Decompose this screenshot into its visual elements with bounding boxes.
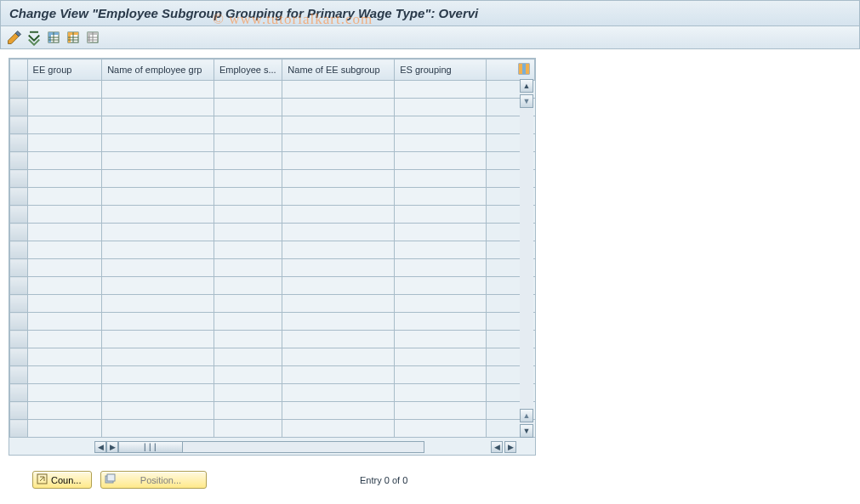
cell[interactable]	[395, 241, 487, 259]
cell[interactable]	[27, 313, 102, 331]
cell[interactable]	[395, 348, 487, 366]
row-selector[interactable]	[10, 402, 28, 420]
row-selector[interactable]	[10, 295, 28, 313]
cell[interactable]	[214, 331, 282, 348]
cell[interactable]	[214, 402, 282, 420]
cell[interactable]	[282, 241, 395, 259]
cell[interactable]	[214, 116, 282, 134]
cell[interactable]	[27, 152, 102, 170]
cell[interactable]	[395, 99, 487, 116]
hscroll-right-icon[interactable]: ▶	[106, 441, 118, 453]
cell[interactable]	[214, 224, 282, 241]
cell[interactable]	[214, 259, 282, 277]
deselect-all-icon[interactable]	[84, 29, 101, 46]
cell[interactable]	[102, 331, 214, 348]
row-selector[interactable]	[10, 188, 28, 206]
cell[interactable]	[102, 99, 214, 116]
cell[interactable]	[102, 295, 214, 313]
cell[interactable]	[27, 188, 102, 206]
cell[interactable]	[282, 420, 395, 438]
col-header-name-emp-grp[interactable]: Name of employee grp	[102, 59, 214, 81]
cell[interactable]	[282, 99, 395, 116]
row-selector[interactable]	[10, 366, 28, 384]
cell[interactable]	[395, 259, 487, 277]
col-header-ee-group[interactable]: EE group	[27, 59, 102, 81]
col-header-name-ee-sub[interactable]: Name of EE subgroup	[282, 59, 395, 81]
row-selector[interactable]	[10, 116, 28, 134]
cell[interactable]	[214, 366, 282, 384]
cell[interactable]	[102, 188, 214, 206]
vscroll-up-icon[interactable]: ▲	[520, 79, 533, 93]
cell[interactable]	[282, 313, 395, 331]
cell[interactable]	[102, 170, 214, 188]
vscroll-down2-icon[interactable]: ▲	[520, 409, 533, 422]
cell[interactable]	[102, 81, 214, 99]
cell[interactable]	[27, 384, 102, 402]
cell[interactable]	[102, 241, 214, 259]
cell[interactable]	[27, 366, 102, 384]
cell[interactable]	[27, 116, 102, 134]
cell[interactable]	[102, 152, 214, 170]
country-button[interactable]: Coun...	[32, 471, 92, 489]
cell[interactable]	[102, 402, 214, 420]
cell[interactable]	[27, 277, 102, 295]
row-selector[interactable]	[10, 134, 28, 152]
cell[interactable]	[27, 206, 102, 224]
cell[interactable]	[282, 224, 395, 241]
cell[interactable]	[214, 188, 282, 206]
cell[interactable]	[395, 134, 487, 152]
cell[interactable]	[282, 170, 395, 188]
cell[interactable]	[214, 81, 282, 99]
cell[interactable]	[395, 152, 487, 170]
cell[interactable]	[395, 384, 487, 402]
other-entry-icon[interactable]	[26, 29, 43, 46]
col-header-emp-sub[interactable]: Employee s...	[214, 59, 282, 81]
row-selector[interactable]	[10, 241, 28, 259]
row-selector[interactable]	[10, 259, 28, 277]
position-button[interactable]: Position...	[100, 471, 207, 489]
row-selector[interactable]	[10, 152, 28, 170]
cell[interactable]	[395, 277, 487, 295]
cell[interactable]	[27, 259, 102, 277]
cell[interactable]	[395, 116, 487, 134]
cell[interactable]	[395, 170, 487, 188]
cell[interactable]	[214, 206, 282, 224]
cell[interactable]	[27, 402, 102, 420]
cell[interactable]	[214, 348, 282, 366]
cell[interactable]	[395, 313, 487, 331]
cell[interactable]	[395, 366, 487, 384]
cell[interactable]	[27, 331, 102, 348]
row-selector[interactable]	[10, 81, 28, 99]
cell[interactable]	[102, 348, 214, 366]
cell[interactable]	[214, 313, 282, 331]
hscroll-right2-icon[interactable]: ▶	[504, 441, 516, 453]
cell[interactable]	[214, 384, 282, 402]
row-selector[interactable]	[10, 170, 28, 188]
hscroll-left2-icon[interactable]: ◀	[491, 441, 503, 453]
cell[interactable]	[214, 420, 282, 438]
cell[interactable]	[282, 116, 395, 134]
col-header-es-grouping[interactable]: ES grouping	[395, 59, 487, 81]
select-block-icon[interactable]	[65, 29, 82, 46]
cell[interactable]	[102, 116, 214, 134]
row-selector[interactable]	[10, 331, 28, 348]
cell[interactable]	[282, 81, 395, 99]
row-selector[interactable]	[10, 99, 28, 116]
cell[interactable]	[282, 348, 395, 366]
cell[interactable]	[282, 134, 395, 152]
cell[interactable]	[214, 295, 282, 313]
cell[interactable]	[395, 224, 487, 241]
cell[interactable]	[395, 188, 487, 206]
cell[interactable]	[27, 134, 102, 152]
cell[interactable]	[102, 366, 214, 384]
cell[interactable]	[27, 224, 102, 241]
cell[interactable]	[102, 224, 214, 241]
display-change-toggle-icon[interactable]	[6, 29, 23, 46]
hscroll-left-icon[interactable]: ◀	[94, 441, 106, 453]
cell[interactable]	[214, 277, 282, 295]
row-selector[interactable]	[10, 384, 28, 402]
configure-columns-button[interactable]	[513, 59, 535, 81]
cell[interactable]	[282, 259, 395, 277]
cell[interactable]	[102, 420, 214, 438]
cell[interactable]	[102, 206, 214, 224]
